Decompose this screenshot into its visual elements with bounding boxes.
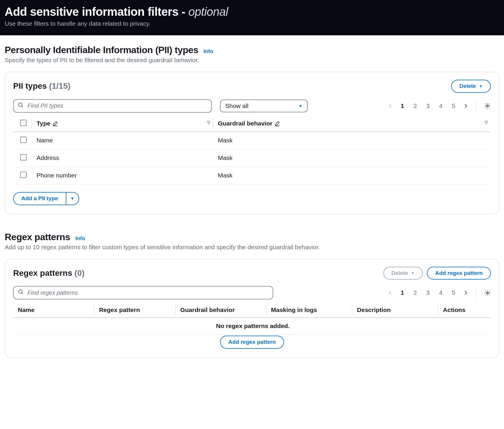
regex-toolbar: Find regex patterns 1 2 3 4 5	[13, 286, 491, 299]
row-checkbox[interactable]	[20, 154, 27, 161]
row-checkbox[interactable]	[20, 137, 27, 143]
regex-subheading: Add up to 10 regex patterns to filter cu…	[5, 244, 499, 251]
pii-search-input[interactable]: Find PII types	[13, 99, 212, 113]
pii-heading: Personally Identifiable Information (PII…	[5, 45, 198, 55]
svg-line-6	[22, 293, 23, 294]
add-pii-split-button: Add a PII type ▼	[13, 192, 79, 205]
cell-behavior: Mask	[213, 149, 491, 167]
regex-section: Regex patterns Info Add up to 10 regex p…	[0, 214, 504, 370]
col-actions-header[interactable]: Actions	[438, 302, 491, 318]
pager-page[interactable]: 2	[412, 102, 419, 110]
regex-pager: 1 2 3 4 5	[387, 288, 491, 297]
cell-type: Name	[32, 132, 213, 149]
col-actions-label: Actions	[443, 306, 465, 313]
pager-page[interactable]: 4	[437, 289, 444, 297]
cell-behavior: Mask	[213, 132, 491, 149]
col-behavior-header[interactable]: Guardrail behavior	[176, 302, 266, 318]
svg-point-7	[486, 292, 488, 294]
regex-empty-add-button[interactable]: Add regex pattern	[220, 336, 284, 349]
pii-delete-button[interactable]: Delete ▼	[451, 80, 491, 93]
page-subtitle: Use these filters to handle any data rel…	[5, 20, 499, 27]
select-all-checkbox[interactable]	[20, 120, 27, 126]
settings-gear-icon[interactable]	[484, 102, 491, 109]
regex-search-placeholder: Find regex patterns	[27, 290, 78, 296]
col-type-label: Type	[37, 120, 50, 127]
empty-row: No regex patterns added.	[13, 318, 491, 334]
pii-card-title-text: PII types	[13, 81, 47, 90]
pager-page[interactable]: 2	[412, 289, 419, 297]
col-description-label: Description	[357, 306, 391, 313]
cell-behavior: Mask	[213, 167, 491, 184]
page-title-main: Add sensitive information filters -	[5, 5, 185, 18]
page-title: Add sensitive information filters - opti…	[5, 5, 499, 18]
pager-prev-icon	[387, 103, 393, 109]
pii-card-count: (1/15)	[49, 81, 70, 90]
pii-pager: 1 2 3 4 5	[387, 102, 491, 110]
pii-subheading: Specify the types of PII to be filtered …	[5, 57, 499, 64]
search-icon	[18, 289, 24, 297]
edit-icon	[53, 121, 58, 126]
regex-add-button[interactable]: Add regex pattern	[427, 267, 491, 280]
cell-type: Phone number	[32, 167, 213, 184]
add-pii-button[interactable]: Add a PII type	[13, 192, 66, 205]
sort-icon: ▽	[485, 120, 488, 125]
col-masking-label: Masking in logs	[271, 306, 317, 313]
table-row: Name Mask	[13, 132, 491, 149]
col-behavior-label: Guardrail behavior	[180, 306, 235, 313]
col-name-header[interactable]: Name	[13, 302, 94, 318]
pii-info-link[interactable]: Info	[204, 48, 213, 55]
pii-filter-select[interactable]: Show all ▼	[220, 100, 308, 112]
regex-add-label: Add regex pattern	[435, 270, 483, 277]
add-pii-dropdown[interactable]: ▼	[66, 192, 79, 205]
col-type-header[interactable]: Type ▽	[32, 116, 213, 132]
col-masking-header[interactable]: Masking in logs	[266, 302, 352, 318]
pager-page[interactable]: 5	[450, 289, 457, 297]
pager-page[interactable]: 4	[437, 102, 444, 110]
pager-page[interactable]: 5	[450, 102, 457, 110]
svg-point-0	[19, 103, 22, 106]
add-pii-label: Add a PII type	[21, 195, 58, 202]
pager-page[interactable]: 1	[399, 289, 406, 297]
pager-next-icon[interactable]	[463, 290, 469, 296]
col-pattern-header[interactable]: Regex pattern	[94, 302, 176, 318]
pii-toolbar: Find PII types Show all ▼ 1 2 3 4 5	[13, 99, 491, 113]
regex-delete-label: Delete	[392, 270, 408, 277]
regex-table: Name Regex pattern Guardrail behavior Ma…	[13, 302, 491, 334]
regex-search-input[interactable]: Find regex patterns	[13, 286, 273, 299]
col-behavior-header[interactable]: Guardrail behavior ▽	[213, 116, 491, 132]
table-row: Phone number Mask	[13, 167, 491, 184]
pii-card-title: PII types (1/15)	[13, 81, 70, 91]
pii-card: PII types (1/15) Delete ▼ Find PII types…	[5, 72, 499, 214]
pager-next-icon[interactable]	[463, 103, 469, 109]
search-icon	[18, 102, 24, 110]
table-row: Address Mask	[13, 149, 491, 167]
pager-page[interactable]: 3	[425, 289, 432, 297]
pager-page[interactable]: 3	[425, 102, 432, 110]
settings-gear-icon[interactable]	[484, 290, 491, 296]
svg-point-5	[19, 290, 22, 293]
col-description-header[interactable]: Description	[352, 302, 438, 318]
edit-icon	[275, 121, 280, 126]
pager-page[interactable]: 1	[399, 102, 406, 110]
regex-card-title: Regex patterns (0)	[13, 268, 84, 278]
pii-section: Personally Identifiable Information (PII…	[0, 35, 504, 214]
row-checkbox[interactable]	[20, 172, 27, 178]
select-all-header	[13, 116, 32, 132]
empty-message: No regex patterns added.	[13, 318, 491, 334]
page-title-optional: optional	[188, 5, 228, 18]
regex-card-count: (0)	[75, 268, 84, 278]
svg-point-2	[486, 105, 488, 107]
cell-type: Address	[32, 149, 213, 167]
col-behavior-label: Guardrail behavior	[218, 120, 273, 127]
pii-filter-value: Show all	[225, 102, 248, 109]
regex-delete-button: Delete ▼	[383, 267, 423, 280]
regex-card-title-text: Regex patterns	[13, 268, 72, 278]
col-name-label: Name	[18, 306, 34, 313]
caret-down-icon: ▼	[298, 104, 302, 108]
pii-delete-label: Delete	[459, 83, 476, 90]
regex-info-link[interactable]: Info	[75, 236, 85, 242]
pii-table: Type ▽ Guardrail behavior	[13, 116, 491, 184]
regex-card: Regex patterns (0) Delete ▼ Add regex pa…	[5, 259, 499, 358]
sort-icon: ▽	[207, 120, 210, 125]
caret-down-icon: ▼	[479, 84, 483, 89]
